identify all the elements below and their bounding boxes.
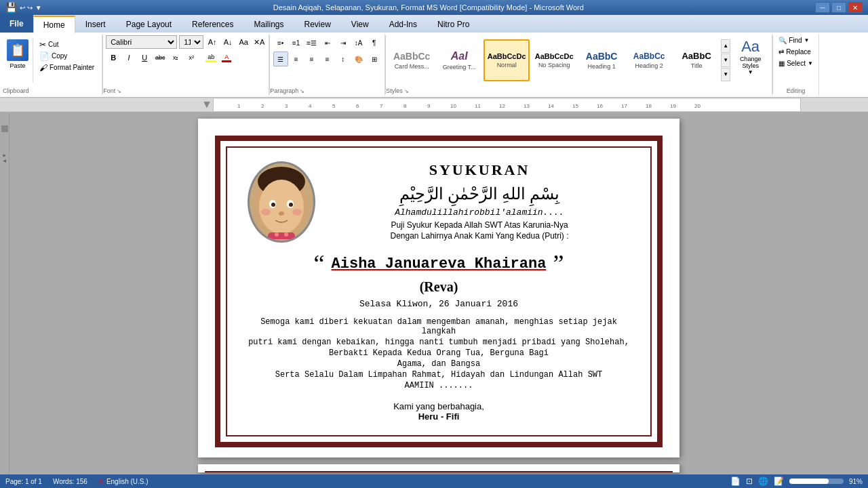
subscript-button[interactable]: x₂ [168, 50, 183, 65]
style-no-spacing[interactable]: AaBbCcDc No Spacing [531, 39, 577, 81]
style-heading2[interactable]: AaBbCc Heading 2 [626, 39, 672, 81]
strikethrough-button[interactable]: abc [153, 50, 167, 65]
increase-indent-button[interactable]: ⇥ [336, 35, 351, 50]
styles-expand[interactable]: ▼ [721, 68, 730, 81]
replace-icon: ⇄ [778, 48, 784, 56]
zoom-slider[interactable] [789, 479, 844, 484]
align-center-button[interactable]: ≡ [289, 52, 304, 66]
style-normal[interactable]: AaBbCcDc Normal [484, 39, 530, 81]
prayer-text-6: AAMIIN ....... [248, 381, 630, 390]
svg-text:11: 11 [475, 103, 481, 109]
font-size-select[interactable]: 11 [179, 35, 203, 49]
change-styles-label: Change Styles [740, 56, 762, 69]
select-label: Select [787, 60, 806, 67]
ruler-main: // ruler ticks drawn via CSS trick 1 2 3… [214, 98, 800, 111]
styles-scroll-up[interactable]: ▲ [721, 39, 730, 53]
numbering-button[interactable]: ≡1 [289, 35, 304, 50]
svg-point-29 [279, 211, 284, 216]
select-button[interactable]: ▦ Select ▼ [776, 58, 816, 68]
italic-button[interactable]: I [121, 50, 136, 65]
svg-point-33 [275, 232, 279, 237]
change-case-button[interactable]: Aa [237, 35, 250, 49]
prayer-text-4: Agama, dan Bangsa [248, 359, 630, 369]
font-name-select[interactable]: Calibri [106, 35, 177, 49]
prayer-text-1: Semoga kami diberi kekuatan dalam mengem… [248, 317, 630, 336]
paste-button[interactable]: 📋 Paste [3, 38, 33, 83]
superscript-button[interactable]: x² [184, 50, 199, 65]
tab-review[interactable]: Review [294, 15, 340, 33]
copy-label: Copy [52, 52, 67, 60]
format-painter-icon: 🖌 [39, 63, 47, 73]
view-fullscreen-icon[interactable]: ⊡ [746, 476, 753, 486]
decrease-indent-button[interactable]: ⇤ [320, 35, 335, 50]
nav-arrows[interactable]: ▲▼ [1, 153, 7, 164]
style-label-card: Card Mess... [395, 63, 429, 70]
maximize-button[interactable]: □ [831, 2, 846, 13]
sort-button[interactable]: ↕A [351, 35, 366, 50]
tab-references[interactable]: References [182, 15, 243, 33]
styles-expand-icon[interactable]: ↘ [404, 88, 409, 94]
nav-icon-1[interactable] [1, 125, 8, 132]
svg-rect-0 [214, 98, 800, 111]
prayer-text-3: Berbakti Kepada Kedua Orang Tua, Berguna… [248, 348, 630, 358]
font-color-button[interactable]: A [219, 50, 234, 65]
justify-button[interactable]: ≡ [320, 52, 335, 66]
tab-addins[interactable]: Add-Ins [379, 15, 427, 33]
grow-font-button[interactable]: A↑ [205, 35, 219, 49]
minimize-button[interactable]: ─ [815, 2, 830, 13]
tab-view[interactable]: View [341, 15, 379, 33]
style-heading1[interactable]: AaBbC Heading 1 [578, 39, 625, 81]
line-spacing-button[interactable]: ↕ [336, 52, 351, 66]
language-indicator[interactable]: ✕ English (U.S.) [98, 478, 149, 485]
align-right-button[interactable]: ≡ [304, 52, 319, 66]
copy-button[interactable]: 📄 Copy [37, 51, 96, 62]
tab-home[interactable]: Home [33, 16, 75, 33]
view-draft-icon[interactable]: 📝 [774, 476, 784, 486]
styles-scroll-down[interactable]: ▼ [721, 54, 730, 67]
status-left: Page: 1 of 1 Words: 156 ✕ English (U.S.) [5, 478, 149, 485]
style-label-greeting: Greeting T... [443, 64, 476, 70]
svg-point-28 [289, 203, 293, 207]
align-left-button[interactable]: ☰ [273, 52, 288, 66]
close-button[interactable]: ✕ [848, 2, 863, 13]
shrink-font-button[interactable]: A↓ [221, 35, 235, 49]
birth-date-text: Selasa Kliwon, 26 Januari 2016 [248, 299, 630, 309]
clear-format-button[interactable]: ✕A [252, 35, 266, 49]
svg-point-24 [259, 180, 304, 234]
tab-insert[interactable]: Insert [75, 15, 116, 33]
tab-page-layout[interactable]: Page Layout [116, 15, 182, 33]
replace-button[interactable]: ⇄ Replace [776, 47, 814, 57]
change-styles-button[interactable]: Aa Change Styles ▼ [732, 35, 769, 85]
shading-button[interactable]: 🎨 [351, 52, 366, 66]
svg-text:19: 19 [670, 103, 676, 109]
style-title[interactable]: AaBbC Title [673, 39, 719, 81]
svg-text:8: 8 [403, 103, 407, 109]
paragraph-expand-icon[interactable]: ↘ [300, 88, 304, 94]
multilevel-button[interactable]: ≡☰ [304, 35, 319, 50]
view-print-icon[interactable]: 📄 [730, 476, 741, 486]
tab-nitro[interactable]: Nitro Pro [427, 15, 479, 33]
bold-button[interactable]: B [106, 50, 121, 65]
text-highlight-button[interactable]: ab [203, 50, 218, 65]
find-button[interactable]: 🔍 Find ▼ [776, 35, 812, 45]
show-formatting-button[interactable]: ¶ [367, 35, 382, 50]
tab-file[interactable]: File [0, 15, 33, 33]
cut-button[interactable]: ✂ Cut [37, 39, 96, 50]
tab-mailings[interactable]: Mailings [243, 15, 294, 33]
title-bar: 💾 ↩ ↪ ▼ Desain Aqiqah, Selapanan, Syukur… [0, 0, 868, 15]
replace-label: Replace [786, 48, 811, 56]
format-painter-button[interactable]: 🖌 Format Painter [37, 62, 96, 73]
underline-button[interactable]: U [137, 50, 152, 65]
bullets-button[interactable]: ≡• [273, 35, 288, 50]
puji-text-1: Puji Syukur Kepada Allah SWT Atas Karuni… [329, 220, 630, 230]
style-greeting[interactable]: AaI Greeting T... [436, 39, 482, 81]
borders-button[interactable]: ⊞ [367, 52, 382, 66]
styles-group: AaBbCc Card Mess... AaI Greeting T... Aa… [386, 34, 772, 96]
document-area[interactable]: SYUKURAN بِسْمِ اللهِ الرَّحْمٰنِ الرَّح… [9, 112, 868, 479]
view-web-icon[interactable]: 🌐 [758, 476, 768, 486]
style-card-messages[interactable]: AaBbCc Card Mess... [389, 39, 435, 81]
font-expand-icon[interactable]: ↘ [117, 88, 121, 94]
indent-marker[interactable] [203, 102, 210, 108]
style-label-h1: Heading 1 [588, 63, 616, 70]
svg-text:15: 15 [572, 103, 578, 109]
